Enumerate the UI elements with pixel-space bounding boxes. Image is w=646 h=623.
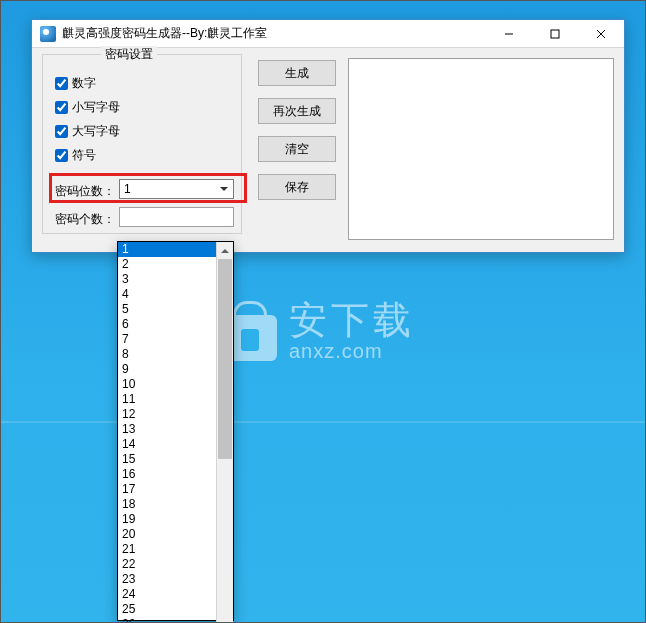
watermark-text-cn: 安下载 — [289, 301, 415, 339]
output-textarea[interactable] — [348, 58, 614, 240]
checkbox-uppercase[interactable]: 大写字母 — [55, 123, 120, 140]
length-combobox[interactable]: 1 — [119, 179, 234, 199]
app-window: 麒灵高强度密码生成器--By:麒灵工作室 密码设置 数字 小写字母 — [31, 19, 625, 253]
clear-button[interactable]: 清空 — [258, 136, 336, 162]
checkbox-symbols-input[interactable] — [55, 149, 68, 162]
checkbox-lowercase-label: 小写字母 — [72, 99, 120, 116]
chevron-down-icon — [216, 181, 232, 197]
count-input[interactable] — [119, 207, 234, 227]
scroll-up-icon[interactable] — [217, 242, 233, 259]
checkbox-symbols[interactable]: 符号 — [55, 147, 96, 164]
groupbox-legend: 密码设置 — [101, 46, 157, 63]
checkbox-symbols-label: 符号 — [72, 147, 96, 164]
checkbox-digits[interactable]: 数字 — [55, 75, 96, 92]
save-button[interactable]: 保存 — [258, 174, 336, 200]
checkbox-lowercase-input[interactable] — [55, 101, 68, 114]
close-button[interactable] — [578, 20, 624, 47]
checkbox-uppercase-input[interactable] — [55, 125, 68, 138]
length-label: 密码位数： — [55, 183, 115, 200]
window-title: 麒灵高强度密码生成器--By:麒灵工作室 — [62, 25, 486, 42]
count-label: 密码个数： — [55, 211, 115, 228]
checkbox-uppercase-label: 大写字母 — [72, 123, 120, 140]
checkbox-digits-label: 数字 — [72, 75, 96, 92]
titlebar[interactable]: 麒灵高强度密码生成器--By:麒灵工作室 — [32, 20, 624, 48]
maximize-button[interactable] — [532, 20, 578, 47]
checkbox-lowercase[interactable]: 小写字母 — [55, 99, 120, 116]
watermark: 安下载 anxz.com — [221, 301, 415, 361]
regenerate-button[interactable]: 再次生成 — [258, 98, 336, 124]
dropdown-scrollbar[interactable] — [216, 242, 233, 623]
app-icon — [40, 26, 56, 42]
watermark-text-url: anxz.com — [289, 341, 415, 361]
svg-rect-1 — [551, 30, 559, 38]
length-dropdown-list[interactable]: 1234567891011121314151617181920212223242… — [117, 241, 234, 621]
checkbox-digits-input[interactable] — [55, 77, 68, 90]
length-combobox-value: 1 — [124, 182, 131, 196]
generate-button[interactable]: 生成 — [258, 60, 336, 86]
minimize-button[interactable] — [486, 20, 532, 47]
settings-groupbox: 密码设置 数字 小写字母 大写字母 符号 密码位数： 1 — [42, 54, 242, 234]
scroll-thumb[interactable] — [218, 259, 232, 459]
